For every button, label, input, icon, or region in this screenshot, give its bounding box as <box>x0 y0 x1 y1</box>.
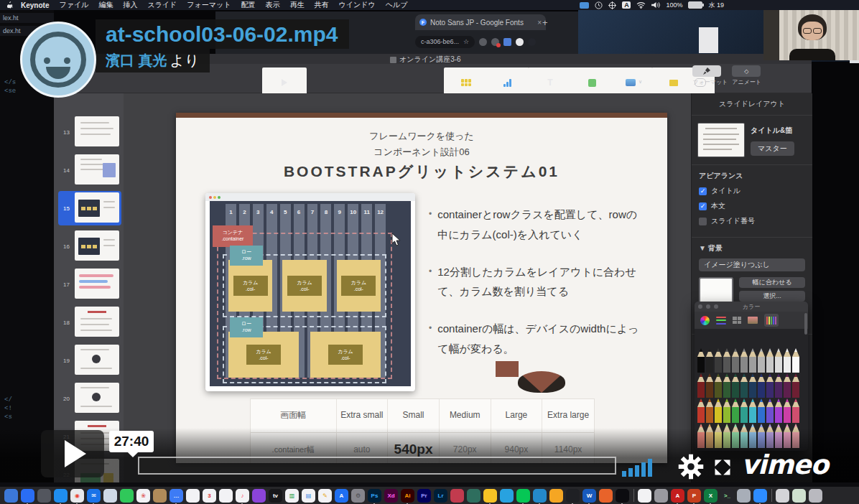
pencil[interactable] <box>715 373 722 398</box>
slide-thumb-row[interactable]: 17 <box>58 267 121 302</box>
dock-item[interactable]: ⚙ <box>351 489 365 503</box>
pencil[interactable] <box>792 373 799 398</box>
slide-thumbnail[interactable] <box>75 154 119 185</box>
colors-titlebar[interactable]: カラー <box>695 302 808 312</box>
slide-thumb-row[interactable]: 20 <box>58 381 121 416</box>
pencil[interactable] <box>758 398 765 423</box>
menu-item[interactable]: ヘルプ <box>386 0 408 10</box>
active-app-name[interactable]: Keynote <box>21 1 49 9</box>
pencil[interactable] <box>732 348 739 373</box>
pencil[interactable] <box>758 348 765 373</box>
dock-item[interactable]: ▤ <box>302 489 315 503</box>
checkbox-row[interactable]: スライド番号 <box>699 216 805 226</box>
pencil[interactable] <box>715 348 722 373</box>
color-sliders-icon[interactable] <box>716 317 726 325</box>
tab-close-icon[interactable]: × <box>537 19 542 27</box>
pencil[interactable] <box>723 373 730 398</box>
color-image-icon[interactable] <box>748 317 758 324</box>
settings-gear-button[interactable] <box>678 454 704 480</box>
input-source-icon[interactable]: A <box>622 1 631 9</box>
pencil[interactable] <box>749 398 756 423</box>
dock-item[interactable] <box>599 489 613 503</box>
color-pencils-icon[interactable] <box>764 314 779 327</box>
dock-item[interactable]: W <box>582 489 596 503</box>
checkbox[interactable] <box>699 218 707 225</box>
dock-item[interactable]: ♪ <box>236 489 249 503</box>
slide-thumbnail[interactable] <box>75 307 119 337</box>
slide-thumbnail[interactable] <box>75 269 119 299</box>
pencil[interactable] <box>775 348 782 373</box>
change-master-button[interactable]: マスター <box>751 141 794 156</box>
pencil[interactable] <box>732 373 739 398</box>
scale-mode-dropdown[interactable]: 幅に合わせる <box>739 277 805 288</box>
dock-item[interactable]: ◉ <box>70 489 84 503</box>
wifi-icon[interactable] <box>636 1 646 9</box>
layout-thumbnail[interactable] <box>697 123 745 157</box>
dock-item[interactable] <box>4 489 18 503</box>
bookmark-star-icon[interactable]: ☆ <box>463 38 469 45</box>
dock-item[interactable]: Pr <box>417 489 431 503</box>
menu-date[interactable]: 水 19 <box>708 1 724 10</box>
new-tab-button[interactable]: + <box>542 17 548 28</box>
dock-item[interactable] <box>120 489 134 503</box>
pencil[interactable] <box>775 398 782 423</box>
pencil[interactable] <box>784 348 791 373</box>
dock-item[interactable] <box>252 489 266 503</box>
apple-menu-icon[interactable] <box>7 1 14 9</box>
dock-item[interactable] <box>566 489 580 503</box>
dock-item[interactable] <box>500 489 514 503</box>
pencil[interactable] <box>758 373 765 398</box>
dock-item[interactable] <box>219 489 233 503</box>
pencil[interactable] <box>766 348 774 373</box>
author-link[interactable]: 濱口 真光 <box>106 51 167 70</box>
slide-thumb-row[interactable]: 19 <box>58 343 121 378</box>
pencil[interactable] <box>766 398 774 423</box>
editor-tab[interactable]: lex.ht <box>0 13 54 23</box>
menu-item[interactable]: 編集 <box>98 0 113 10</box>
pencil[interactable] <box>740 373 748 398</box>
dock-item[interactable]: ✎ <box>318 489 332 503</box>
pencil[interactable] <box>706 398 713 423</box>
pencil[interactable] <box>697 348 705 373</box>
url-bar[interactable]: c-a306-be6...☆ <box>415 36 475 48</box>
menu-item[interactable]: ウインドウ <box>339 0 376 10</box>
dock-item[interactable]: A <box>671 489 684 503</box>
choose-image-button[interactable]: 選択... <box>739 291 805 302</box>
extension-icon[interactable] <box>491 38 499 46</box>
dock-item[interactable] <box>638 489 651 503</box>
slide-thumb-row[interactable]: 16 <box>58 229 121 263</box>
slide-thumb-row[interactable]: 14 <box>58 153 121 187</box>
fill-type-dropdown[interactable]: イメージ塗りつぶし <box>699 258 805 271</box>
clock-icon[interactable] <box>595 1 603 9</box>
play-pause-button[interactable] <box>41 430 104 477</box>
background-title[interactable]: ▼ 背景 <box>699 243 805 253</box>
menu-item[interactable]: 配置 <box>241 0 256 10</box>
menu-item[interactable]: 再生 <box>290 0 305 10</box>
progress-bar[interactable] <box>138 457 616 475</box>
pencil[interactable] <box>784 398 791 423</box>
pencil[interactable] <box>723 398 730 423</box>
dock-item[interactable] <box>21 489 34 503</box>
pencil[interactable] <box>766 373 774 398</box>
menu-item[interactable]: ファイル <box>59 0 88 10</box>
channel-avatar[interactable] <box>20 22 96 98</box>
dock-item[interactable]: Ps <box>368 489 381 503</box>
slide-thumbnail[interactable] <box>75 192 119 223</box>
dock-item[interactable] <box>186 489 200 503</box>
checkbox-row[interactable]: ✓タイトル <box>699 186 805 196</box>
video-title[interactable]: at-school03-06-02.mp4 <box>106 22 338 47</box>
dock-item[interactable] <box>549 489 563 503</box>
vimeo-logo[interactable]: vimeo <box>741 449 828 480</box>
dock-item[interactable]: P <box>687 489 701 503</box>
volume-icon[interactable] <box>651 1 660 9</box>
dock-item[interactable] <box>516 489 530 503</box>
pencil[interactable] <box>749 373 756 398</box>
color-palette-icon[interactable] <box>733 317 741 324</box>
slide-thumbnail[interactable] <box>75 230 119 261</box>
dock-item[interactable]: ✉ <box>87 489 101 503</box>
pencil[interactable] <box>740 348 748 373</box>
dock-item[interactable]: ❀ <box>136 489 150 503</box>
fullscreen-button[interactable] <box>712 457 733 477</box>
menu-item[interactable]: フォーマット <box>187 0 231 10</box>
dock-item[interactable]: ▥ <box>285 489 299 503</box>
